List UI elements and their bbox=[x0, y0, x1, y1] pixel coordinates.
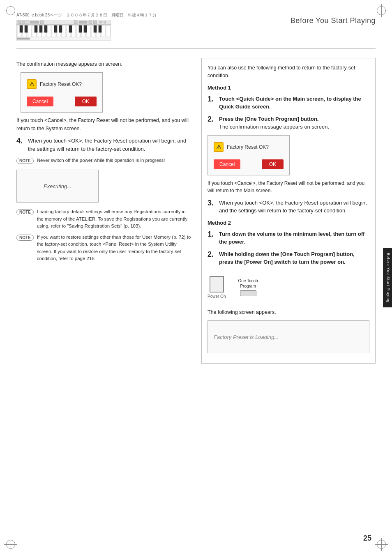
svg-rect-2 bbox=[22, 21, 25, 24]
warning-icon-2: ⚠ bbox=[214, 142, 224, 152]
note-box-1: NOTE Never switch off the power while th… bbox=[16, 157, 193, 164]
svg-rect-43 bbox=[94, 25, 97, 32]
note3-text: If you want to restore settings other th… bbox=[37, 234, 193, 262]
svg-rect-9 bbox=[93, 21, 97, 24]
one-touch-button bbox=[240, 290, 256, 296]
method2-step-2: 2. While holding down the [One Touch Pro… bbox=[208, 250, 369, 266]
cancel-note-2: If you touch <Cancel>, the Factory Reset… bbox=[208, 180, 369, 195]
svg-rect-24 bbox=[20, 25, 23, 32]
step-4: 4. When you touch <OK>, the Factory Rese… bbox=[16, 137, 193, 153]
svg-rect-1 bbox=[18, 21, 21, 24]
warning-icon-1: ⚠ bbox=[27, 79, 37, 89]
executing-box: Executing... bbox=[16, 170, 99, 203]
svg-rect-39 bbox=[106, 25, 110, 37]
power-illustration: Power On One TouchProgram bbox=[208, 272, 369, 303]
power-on-button-box bbox=[210, 276, 224, 292]
right-step2-text: Press the [One Touch Program] button. Th… bbox=[219, 115, 329, 131]
one-touch-area: One TouchProgram bbox=[238, 278, 258, 296]
dialog1-buttons: Cancel OK bbox=[27, 97, 97, 106]
dialog2: ⚠ Factory Reset OK? Cancel OK bbox=[208, 135, 290, 175]
note2-text: Loading factory default settings will er… bbox=[37, 208, 193, 230]
svg-rect-25 bbox=[25, 25, 28, 32]
keyboard-diagram bbox=[16, 20, 111, 44]
corner-mark-tl bbox=[6, 6, 15, 15]
dialog1-ok-button[interactable]: OK bbox=[75, 97, 97, 106]
corner-mark-tr bbox=[377, 6, 386, 15]
method2-label: Method 2 bbox=[208, 220, 369, 226]
note1-text: Never switch off the power while this op… bbox=[37, 157, 165, 164]
dialog1-wrapper: ⚠ Factory Reset OK? Cancel OK bbox=[16, 72, 193, 113]
power-on-area: Power On bbox=[208, 276, 226, 299]
method2-step-1: 1. Turn down the volume to the minimum l… bbox=[208, 230, 369, 246]
svg-point-11 bbox=[104, 21, 106, 23]
corner-mark-bl bbox=[6, 540, 15, 549]
note3-label: NOTE bbox=[16, 235, 34, 241]
note-box-3: NOTE If you want to restore settings oth… bbox=[16, 234, 193, 262]
right-step-3: 3. When you touch <OK>, the Factory Rese… bbox=[208, 199, 369, 215]
right-step1-text: Touch <Quick Guide> on the Main screen, … bbox=[219, 95, 369, 111]
method1-label: Method 1 bbox=[208, 85, 369, 91]
one-touch-label: One TouchProgram bbox=[238, 278, 258, 289]
svg-rect-27 bbox=[39, 25, 42, 32]
dialog1-text: Factory Reset OK? bbox=[40, 81, 82, 87]
corner-mark-br bbox=[377, 540, 386, 549]
page-title: Before You Start Playing bbox=[291, 12, 376, 25]
page-number: 25 bbox=[363, 534, 371, 543]
svg-rect-35 bbox=[86, 25, 90, 37]
svg-rect-44 bbox=[99, 25, 101, 32]
confirmation-intro: The confirmation message appears on scre… bbox=[16, 60, 193, 68]
factory-preset-box: Factory Preset is Loading... bbox=[208, 320, 369, 353]
dialog2-ok-button[interactable]: OK bbox=[262, 159, 284, 169]
header-separator bbox=[16, 52, 376, 52]
svg-rect-5 bbox=[40, 21, 44, 24]
dialog1-title-row: ⚠ Factory Reset OK? bbox=[27, 79, 97, 89]
svg-rect-32 bbox=[71, 25, 76, 37]
m2-step2-text: While holding down the [One Touch Progra… bbox=[219, 250, 369, 266]
svg-rect-42 bbox=[84, 25, 87, 32]
left-column: The confirmation message appears on scre… bbox=[16, 58, 193, 364]
step4-number: 4. bbox=[16, 137, 25, 145]
svg-rect-4 bbox=[30, 21, 39, 23]
dialog2-buttons: Cancel OK bbox=[214, 159, 284, 169]
svg-rect-29 bbox=[54, 25, 57, 32]
note-box-2: NOTE Loading factory default settings wi… bbox=[16, 208, 193, 230]
svg-rect-45 bbox=[17, 38, 30, 39]
svg-rect-38 bbox=[101, 25, 105, 37]
book-header-text: AT-500_e.book 25ページ ２００８年７月２８日 月曜日 午後４時１… bbox=[16, 12, 157, 18]
right-step2-number: 2. bbox=[208, 115, 216, 124]
right-step3-number: 3. bbox=[208, 199, 216, 207]
right-step-2: 2. Press the [One Touch Program] button.… bbox=[208, 115, 369, 131]
main-content: The confirmation message appears on scre… bbox=[16, 58, 376, 364]
right-column: You can also use the following method to… bbox=[201, 58, 376, 364]
svg-rect-30 bbox=[59, 25, 62, 32]
right-step2-main: Press the [One Touch Program] button. bbox=[219, 116, 318, 122]
svg-rect-41 bbox=[79, 25, 82, 32]
executing-text: Executing... bbox=[44, 183, 71, 189]
m2-step2-number: 2. bbox=[208, 250, 216, 259]
note2-label: NOTE bbox=[16, 209, 34, 215]
dialog2-wrapper: ⚠ Factory Reset OK? Cancel OK bbox=[208, 135, 369, 175]
sidebar-tab: Before You Start Playing bbox=[383, 248, 392, 308]
svg-rect-40 bbox=[69, 25, 72, 32]
svg-rect-20 bbox=[47, 25, 51, 37]
svg-rect-8 bbox=[89, 21, 92, 24]
note1-label: NOTE bbox=[16, 158, 34, 164]
following-screen-text: The following screen appears. bbox=[208, 309, 369, 316]
dialog2-text: Factory Reset OK? bbox=[227, 144, 269, 150]
right-step1-number: 1. bbox=[208, 95, 216, 104]
m2-step1-number: 1. bbox=[208, 230, 216, 239]
svg-rect-6 bbox=[74, 21, 77, 24]
page-header: AT-500_e.book 25ページ ２００８年７月２８日 月曜日 午後４時１… bbox=[16, 12, 376, 48]
svg-rect-23 bbox=[62, 25, 66, 37]
right-intro: You can also use the following method to… bbox=[208, 64, 369, 80]
right-step2-sub: The confirmation message appears on scre… bbox=[219, 124, 329, 130]
cancel-note-1: If you touch <Cancel>, the Factory Reset… bbox=[16, 117, 193, 133]
dialog1-cancel-button[interactable]: Cancel bbox=[27, 97, 53, 106]
dialog2-cancel-button[interactable]: Cancel bbox=[214, 159, 240, 169]
m2-step1-text: Turn down the volume to the minimum leve… bbox=[219, 230, 369, 246]
svg-rect-28 bbox=[44, 25, 47, 32]
svg-rect-3 bbox=[26, 21, 29, 24]
page-container: Before You Start Playing AT-500_e.book 2… bbox=[0, 0, 392, 555]
svg-rect-16 bbox=[27, 25, 31, 37]
svg-rect-26 bbox=[35, 25, 37, 32]
